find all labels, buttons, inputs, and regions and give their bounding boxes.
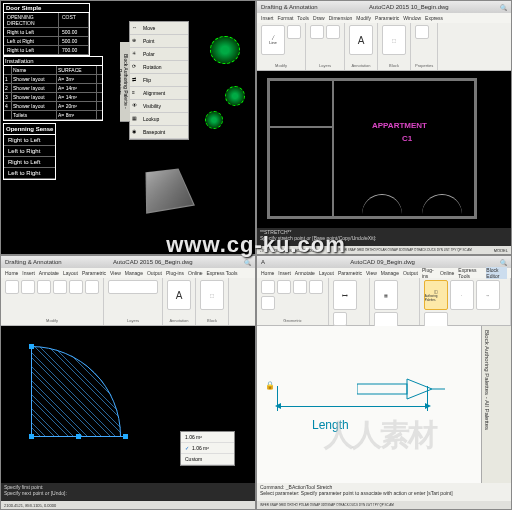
menu-item[interactable]: Home xyxy=(261,270,274,276)
ext-line[interactable] xyxy=(277,386,278,411)
palette-item-basepoint[interactable]: ◉Basepoint xyxy=(130,126,188,139)
area-popup[interactable]: 1.06 m² 1.06 m² Custom xyxy=(180,431,235,466)
ribbon-button[interactable] xyxy=(37,280,51,294)
menu-item[interactable]: Window xyxy=(403,15,421,21)
text-button[interactable]: A xyxy=(349,25,373,55)
wall[interactable] xyxy=(474,78,477,218)
workspace-dropdown[interactable]: Drafting & Annotation xyxy=(5,259,62,265)
grip-icon[interactable] xyxy=(29,434,34,439)
line-button[interactable]: ╱Line xyxy=(261,25,285,55)
workspace-dropdown[interactable]: Drafting & Annotation xyxy=(261,4,318,10)
menu-item[interactable]: Online xyxy=(440,270,454,276)
grip-icon[interactable] xyxy=(29,344,34,349)
palette-item-move[interactable]: ↔Move xyxy=(130,22,188,35)
command-line[interactable]: Command: _BActionTool Stretch Select par… xyxy=(257,483,511,501)
text-button[interactable]: A xyxy=(167,280,191,310)
menu-item[interactable]: Annotate xyxy=(295,270,315,276)
search-icon[interactable]: 🔍 xyxy=(500,259,507,266)
menu-item[interactable]: Home xyxy=(5,270,18,276)
constraint-button[interactable] xyxy=(309,280,323,294)
menu-item[interactable]: Format xyxy=(278,15,294,21)
wall[interactable] xyxy=(267,78,477,81)
palette-item-lookup[interactable]: ▦Lookup xyxy=(130,113,188,126)
palette-tab[interactable]: Block Authoring Palette - Parameters xyxy=(120,42,130,122)
ribbon-button[interactable] xyxy=(53,280,67,294)
menu-item[interactable]: Layout xyxy=(63,270,78,276)
palette-item-alignment[interactable]: ≡Alignment xyxy=(130,87,188,100)
model-tab[interactable]: MODEL xyxy=(494,248,508,253)
constraint-button[interactable] xyxy=(261,280,275,294)
wall[interactable] xyxy=(267,78,270,218)
slab-shape[interactable] xyxy=(145,168,195,213)
block-authoring-palette[interactable]: Block Authoring Palette - Parameters ↔Mo… xyxy=(129,21,189,140)
drawing-area[interactable]: 1.06 m² 1.06 m² Custom xyxy=(1,326,255,491)
grip-icon[interactable] xyxy=(123,434,128,439)
constraint-button[interactable] xyxy=(261,296,275,310)
ribbon-button[interactable] xyxy=(21,280,35,294)
palette-item-point[interactable]: ⊕Point xyxy=(130,35,188,48)
menu-item[interactable]: Dimension xyxy=(329,15,353,21)
palette-item-polar[interactable]: ✳Polar xyxy=(130,48,188,61)
layer-dropdown[interactable] xyxy=(108,280,158,294)
constraint-button[interactable] xyxy=(277,280,291,294)
wall[interactable] xyxy=(267,126,332,128)
menu-item[interactable]: Express xyxy=(425,15,443,21)
linear-button[interactable]: ⟷ xyxy=(333,280,357,310)
constraint-button[interactable] xyxy=(293,280,307,294)
aligned-button[interactable] xyxy=(333,312,347,326)
filter-button[interactable] xyxy=(287,25,301,39)
menu-item[interactable]: Manage xyxy=(381,270,399,276)
menu-item[interactable]: Manage xyxy=(125,270,143,276)
menu-item[interactable]: Tools xyxy=(297,15,309,21)
command-line[interactable]: **STRETCH** Specify stretch point or [Ba… xyxy=(257,228,511,246)
menu-item[interactable]: Output xyxy=(147,270,162,276)
menu-item[interactable]: Draw xyxy=(313,15,325,21)
menu-item[interactable]: Parametric xyxy=(338,270,362,276)
menu-item[interactable]: Parametric xyxy=(82,270,106,276)
menu-item[interactable]: Layout xyxy=(319,270,334,276)
tree-icon[interactable] xyxy=(205,111,223,129)
menu-item[interactable]: Insert xyxy=(278,270,291,276)
layer-state-dropdown[interactable] xyxy=(326,25,340,39)
popup-item[interactable]: Custom xyxy=(181,454,234,465)
menu-item[interactable]: View xyxy=(366,270,377,276)
block-authoring-side-palette[interactable]: Block Authoring Palettes - All Palettes xyxy=(481,326,511,491)
popup-item[interactable]: 1.06 m² xyxy=(181,443,234,454)
ribbon-button[interactable] xyxy=(85,280,99,294)
palette-item-visibility[interactable]: 👁Visibility xyxy=(130,100,188,113)
menu-item[interactable]: Modify xyxy=(356,15,371,21)
search-box[interactable]: 🔍 xyxy=(500,4,507,11)
block-geometry[interactable] xyxy=(357,376,447,410)
menu-item[interactable]: Insert xyxy=(22,270,35,276)
menu-item[interactable]: Express Tools xyxy=(206,270,237,276)
popup-item[interactable]: 1.06 m² xyxy=(181,432,234,443)
command-line[interactable]: Specify first point: Specify next point … xyxy=(1,483,255,501)
authoring-palettes-button[interactable]: ◫Authoring Palettes xyxy=(424,280,448,310)
wall[interactable] xyxy=(332,78,334,218)
menu-item[interactable]: Parametric xyxy=(375,15,399,21)
drawing-area[interactable]: Length 🔒 人人素材 xyxy=(257,326,481,491)
move-button[interactable]: ↔ xyxy=(476,280,500,310)
layer-button[interactable] xyxy=(310,25,324,39)
palette-item-rotation[interactable]: ⟳Rotation xyxy=(130,61,188,74)
block-table-button[interactable]: ▦ xyxy=(374,280,398,310)
tree-icon[interactable] xyxy=(210,36,240,64)
palette-item-flip[interactable]: ⇄Flip xyxy=(130,74,188,87)
menu-item[interactable]: Online xyxy=(188,270,202,276)
properties-button[interactable] xyxy=(415,25,429,39)
ribbon-button[interactable] xyxy=(69,280,83,294)
status-toggles[interactable]: INFER SNAP GRID ORTHO POLAR OSNAP 3DOSNA… xyxy=(260,503,394,507)
search-icon[interactable]: 🔍 xyxy=(244,259,251,266)
point-button[interactable]: · xyxy=(450,280,474,310)
drawing-area[interactable]: APPARTMENT C1 xyxy=(257,71,511,236)
menu-item[interactable]: Annotate xyxy=(39,270,59,276)
insert-button[interactable]: ⬚ xyxy=(200,280,224,310)
side-palette-tab[interactable]: Block Authoring Palettes - All Palettes xyxy=(482,326,492,434)
lock-icon[interactable]: 🔒 xyxy=(265,381,275,390)
menu-item[interactable]: Plug-ins xyxy=(166,270,184,276)
insert-button[interactable]: ⬚ xyxy=(382,25,406,55)
tree-icon[interactable] xyxy=(225,86,245,106)
ribbon-button[interactable] xyxy=(5,280,19,294)
menu-item[interactable]: View xyxy=(110,270,121,276)
status-toggles[interactable]: INFER SNAP GRID ORTHO POLAR OSNAP 3DOSNA… xyxy=(338,248,472,252)
